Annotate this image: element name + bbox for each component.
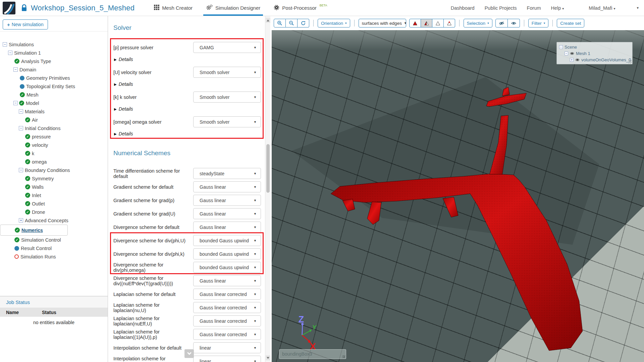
- collapse-icon[interactable]: −: [565, 52, 568, 55]
- velocity-solver-select[interactable]: Smooth solver▼: [193, 67, 261, 78]
- gradient-default-select[interactable]: Gauss linear▼: [193, 181, 261, 192]
- divergence-div-nueff-select[interactable]: Gauss linear▼: [193, 275, 261, 286]
- help-menu[interactable]: Help▾: [551, 5, 564, 11]
- scroll-down-button[interactable]: [184, 349, 194, 358]
- divergence-default-select[interactable]: Gauss linear▼: [193, 222, 261, 233]
- cone-solid-button[interactable]: [409, 19, 421, 27]
- tree-item-simulations[interactable]: −Simulations: [0, 40, 108, 49]
- tree-item-simulation-1[interactable]: −Simulation 1: [0, 49, 108, 57]
- collapse-icon[interactable]: −: [19, 126, 23, 130]
- tree-item-mesh[interactable]: ✓Mesh: [0, 90, 108, 99]
- divergence-div-phi-omega-select[interactable]: bounded Gauss upwind▼: [193, 262, 261, 273]
- tree-item-model[interactable]: −✓Model: [0, 99, 108, 107]
- tab-mesh-creator[interactable]: Mesh Creator: [154, 0, 193, 16]
- collapse-icon[interactable]: −: [3, 42, 7, 47]
- tree-item-numerics[interactable]: ✓Numerics: [0, 225, 68, 236]
- cone-half-button[interactable]: [421, 19, 432, 27]
- tree-item-symmetry[interactable]: ✓Symmetry: [0, 174, 108, 183]
- pressure-solver-details-toggle[interactable]: ▶Details: [114, 56, 261, 62]
- collapse-icon[interactable]: −: [19, 109, 23, 114]
- tree-item-air[interactable]: ✓Air: [0, 116, 108, 124]
- scrollbar-thumb[interactable]: [266, 144, 270, 193]
- new-simulation-button[interactable]: + New simulation: [3, 19, 48, 29]
- tree-item-topological-entity-sets[interactable]: Topological Entity Sets: [0, 82, 108, 90]
- interpolation-hbya-select[interactable]: linear▼: [193, 356, 261, 362]
- divergence-div-phi-u-select[interactable]: bounded Gauss upwind▼: [193, 235, 261, 246]
- render-mode-select[interactable]: surfaces with edges▼: [359, 19, 406, 27]
- scene-tree-panel[interactable]: −Scene−Mesh 1+volumeOnGeoVolumes_0: [556, 42, 633, 64]
- tree-item-velocity[interactable]: ✓velocity: [0, 141, 108, 149]
- hide-selection-button[interactable]: [495, 19, 508, 27]
- tree-item-geometry-primitives[interactable]: Geometry Primitives: [0, 74, 108, 82]
- tree-item-initial-conditions[interactable]: −Initial Conditions: [0, 124, 108, 132]
- filter-dropdown[interactable]: Filter▾: [528, 19, 549, 27]
- collapse-icon[interactable]: −: [8, 51, 12, 55]
- collapse-icon[interactable]: −: [559, 45, 563, 49]
- tree-item-domain[interactable]: −Domain: [0, 65, 108, 74]
- nav-link-public-projects[interactable]: Public Projects: [485, 5, 517, 11]
- tree-item-walls[interactable]: ✓Walls: [0, 183, 108, 191]
- gradient-grad-p-select[interactable]: Gauss linear▼: [193, 195, 261, 206]
- omega-solver-select[interactable]: Smooth solver▼: [193, 116, 261, 127]
- more-menu-chevron-icon[interactable]: ▾: [637, 6, 639, 10]
- pressure-solver-select[interactable]: GAMG▼: [193, 42, 261, 53]
- collapse-icon[interactable]: −: [19, 168, 23, 172]
- viewport-3d-scene[interactable]: Z Y X −Scene−Mesh 1+volumeOnGeoVolumes_0…: [272, 30, 644, 362]
- tree-item-inlet[interactable]: ✓Inlet: [0, 191, 108, 199]
- scene-tree-item-scene[interactable]: −Scene: [559, 44, 632, 50]
- gradient-grad-u-select[interactable]: Gauss linear▼: [193, 208, 261, 219]
- user-menu[interactable]: Milad_Mafi▾: [589, 5, 615, 11]
- create-set-button[interactable]: Create set: [557, 19, 584, 27]
- panel-scrollbar[interactable]: [265, 16, 270, 362]
- refresh-view-button[interactable]: [298, 19, 309, 27]
- tree-item-simulation-control[interactable]: ✓Simulation Control: [0, 236, 108, 244]
- field-label: Laplacian scheme for laplacian((1|A(U)),…: [113, 329, 191, 340]
- tree-item-k[interactable]: ✓k: [0, 149, 108, 158]
- eye-icon[interactable]: [570, 52, 574, 55]
- tree-item-analysis-type[interactable]: ✓Analysis Type: [0, 57, 108, 65]
- scrollbar-up-button[interactable]: [266, 18, 270, 23]
- zoom-in-button[interactable]: [274, 19, 286, 27]
- bounding-box-field[interactable]: boundingBox3: [279, 349, 346, 359]
- scene-tree-item-volumeongeovolumes-0[interactable]: +volumeOnGeoVolumes_0: [559, 57, 632, 63]
- laplacian-nu-u-select[interactable]: Gauss linear corrected▼: [193, 302, 261, 313]
- collapse-icon[interactable]: −: [13, 101, 18, 105]
- laplacian-nueff-u-select[interactable]: Gauss linear corrected▼: [193, 315, 261, 326]
- simscale-logo[interactable]: [3, 2, 15, 14]
- zoom-out-button[interactable]: [286, 19, 298, 27]
- tree-item-simulation-runs[interactable]: Simulation Runs: [0, 252, 108, 261]
- tree-item-materials[interactable]: −Materials: [0, 107, 108, 116]
- tree-item-result-control[interactable]: Result Control: [0, 244, 108, 252]
- selection-dropdown[interactable]: Selection▾: [464, 19, 492, 27]
- scrollbar-down-button[interactable]: [266, 355, 270, 360]
- k-solver-select[interactable]: Smooth solver▼: [193, 92, 261, 103]
- tree-item-advanced-concepts[interactable]: +Advanced Concepts: [0, 216, 108, 225]
- interpolation-default-select[interactable]: linear▼: [193, 342, 261, 353]
- axis-triad: Z Y X: [299, 314, 317, 352]
- laplacian-default-select[interactable]: Gauss linear corrected▼: [193, 289, 261, 300]
- tree-item-pressure[interactable]: ✓pressure: [0, 132, 108, 141]
- expand-icon[interactable]: +: [19, 218, 23, 223]
- tab-simulation-designer[interactable]: Simulation Designer: [206, 0, 260, 16]
- nav-link-forum[interactable]: Forum: [527, 5, 541, 11]
- tree-item-outlet[interactable]: ✓Outlet: [0, 199, 108, 208]
- scene-tree-item-mesh-1[interactable]: −Mesh 1: [559, 50, 632, 57]
- nav-link-dashboard[interactable]: Dashboard: [451, 5, 475, 11]
- tree-item-omega[interactable]: ✓omega: [0, 158, 108, 166]
- k-solver-details-toggle[interactable]: ▶Details: [114, 106, 261, 112]
- eye-icon[interactable]: [575, 58, 580, 61]
- tree-item-boundary-conditions[interactable]: −Boundary Conditions: [0, 166, 108, 174]
- tree-item-drone[interactable]: ✓Drone: [0, 208, 108, 216]
- velocity-solver-details-toggle[interactable]: ▶Details: [114, 81, 261, 87]
- collapse-icon[interactable]: −: [13, 67, 18, 72]
- orientation-dropdown[interactable]: Orientation▾: [318, 19, 350, 27]
- laplacian-1-a-u-p-select[interactable]: Gauss linear corrected▼: [193, 329, 261, 340]
- expand-icon[interactable]: +: [570, 58, 574, 62]
- tab-post-processor[interactable]: Post-ProcessorBETA: [274, 0, 327, 16]
- cone-tip-button[interactable]: [444, 19, 455, 27]
- omega-solver-details-toggle[interactable]: ▶Details: [114, 131, 261, 137]
- show-selection-button[interactable]: [508, 19, 520, 27]
- time-differentiation-default-select[interactable]: steadyState▼: [193, 168, 261, 179]
- cone-outline-button[interactable]: [432, 19, 444, 27]
- divergence-div-phi-k-select[interactable]: bounded Gauss upwind▼: [193, 248, 261, 259]
